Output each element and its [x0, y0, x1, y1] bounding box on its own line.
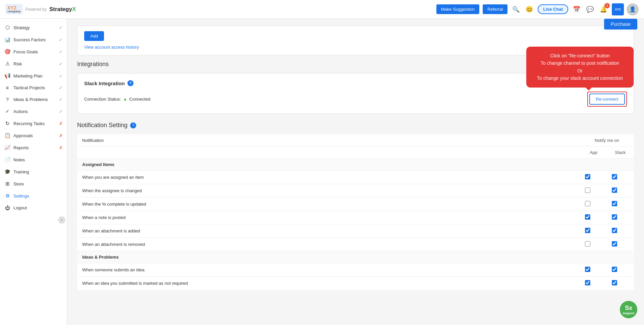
sidebar-label-approvals: Approvals: [13, 133, 56, 138]
recurring-tasks-check: ✗: [59, 121, 63, 126]
app-checkbox[interactable]: [585, 241, 590, 247]
main-layout: ⬡ Strategy ✓ 📊 Success Factors ✓ 🎯 Focus…: [0, 19, 644, 325]
sidebar-label-success-factors: Success Factors: [13, 37, 56, 42]
purchase-button[interactable]: Purchase: [604, 19, 637, 30]
slack-checkbox[interactable]: [612, 174, 617, 179]
risk-check: ✓: [59, 61, 63, 66]
col-notification-sub: [77, 147, 580, 159]
slack-checkbox[interactable]: [612, 201, 617, 206]
sidebar-item-actions[interactable]: ✓ Actions ✓: [0, 105, 67, 117]
view-account-history-link[interactable]: View account access history: [84, 45, 139, 50]
sidebar-item-logout[interactable]: ⏻ Logout: [0, 202, 67, 214]
sidebar-collapse-button[interactable]: ‹: [58, 216, 65, 224]
sidebar-item-ideas-problems[interactable]: ? Ideas & Problems ✓: [0, 94, 67, 105]
tactical-projects-check: ✓: [59, 85, 63, 90]
sidebar-item-training[interactable]: 🎓 Training: [0, 166, 67, 178]
app-checkbox-cell: [580, 198, 607, 211]
app-checkbox[interactable]: [585, 174, 590, 179]
notification-setting-title: Notification Setting: [77, 122, 127, 129]
marketing-plan-check: ✓: [59, 73, 63, 78]
notifications-wrap: 🔔 1: [598, 4, 608, 14]
training-icon: 🎓: [4, 169, 11, 175]
sidebar-label-settings: Settings: [13, 194, 63, 199]
approvals-check: ✗: [59, 133, 63, 138]
slack-checkbox-cell: [607, 224, 634, 238]
sidebar-label-notes: Notes: [13, 157, 63, 162]
app-checkbox[interactable]: [585, 201, 590, 206]
sidebar-item-risk[interactable]: ⚠ Risk ✓: [0, 58, 67, 70]
support-fab[interactable]: Sx Support: [620, 301, 637, 318]
sidebar-item-marketing-plan[interactable]: 📢 Marketing Plan ✓: [0, 70, 67, 82]
make-suggestion-button[interactable]: Make Suggestion: [436, 4, 479, 14]
ideas-problems-icon: ?: [4, 97, 11, 102]
app-checkbox[interactable]: [585, 214, 590, 220]
user-avatar[interactable]: 👤: [627, 3, 639, 15]
slack-checkbox-cell: [607, 211, 634, 224]
logout-icon: ⏻: [4, 205, 11, 211]
sidebar-item-strategy[interactable]: ⬡ Strategy ✓: [0, 21, 67, 34]
sidebar-label-store: Store: [13, 181, 63, 186]
search-button[interactable]: 🔍: [511, 4, 521, 14]
sidebar-label-focus-goals: Focus Goals: [13, 49, 56, 54]
sidebar-item-tactical-projects[interactable]: ≡ Tactical Projects ✓: [0, 82, 67, 94]
table-row: When the % complete is updated: [77, 198, 634, 211]
slack-checkbox-cell: [607, 238, 634, 251]
sidebar-item-notes[interactable]: 📄 Notes: [0, 154, 67, 166]
referral-button[interactable]: Referral: [483, 4, 507, 14]
col-slack-header: Slack: [607, 147, 634, 159]
sidebar-item-settings[interactable]: ⚙ Settings: [0, 190, 67, 202]
support-label: Sx: [625, 305, 632, 312]
marketing-plan-icon: 📢: [4, 73, 11, 79]
reconnect-button[interactable]: Re-connect: [589, 94, 625, 105]
app-checkbox[interactable]: [585, 228, 590, 233]
group-assigned-items-label: Assigned Items: [77, 159, 634, 171]
live-chat-button[interactable]: Live Chat: [538, 4, 568, 14]
strategy-check: ✓: [59, 25, 63, 30]
company-logo-small: XYZ: [612, 3, 624, 15]
company-logo: XYZ company: [5, 4, 23, 14]
slack-checkbox[interactable]: [612, 187, 617, 193]
notify-me-on-header: Notify me on: [580, 134, 634, 147]
sidebar-item-recurring-tasks[interactable]: ↻ Recurring Tasks ✗: [0, 117, 67, 129]
sidebar-label-actions: Actions: [13, 109, 56, 114]
focus-goals-check: ✓: [59, 49, 63, 54]
slack-checkbox-cell: [607, 171, 634, 184]
calendar-button[interactable]: 📅: [572, 4, 582, 14]
header: XYZ company Powered by StrategyX Make Su…: [0, 0, 644, 19]
slack-checkbox[interactable]: [612, 214, 617, 220]
support-sub-label: Support: [623, 312, 635, 315]
content-area: Add View account access history Integrat…: [67, 19, 644, 325]
notif-row-label: When someone submits an idea: [77, 263, 580, 277]
sidebar-item-reports[interactable]: 📈 Reports ✗: [0, 142, 67, 154]
store-icon: ⊞: [4, 181, 11, 187]
reports-icon: 📈: [4, 145, 11, 151]
recurring-tasks-icon: ↻: [4, 120, 11, 126]
actions-icon: ✓: [4, 108, 11, 114]
notification-setting-help-icon[interactable]: ?: [130, 122, 136, 128]
emoji-button[interactable]: 😊: [524, 4, 534, 14]
connected-text: Connected: [129, 97, 150, 102]
notes-icon: 📄: [4, 157, 11, 163]
sidebar-item-approvals[interactable]: 📋 Approvals ✗: [0, 129, 67, 142]
sidebar-label-strategy: Strategy: [13, 25, 56, 30]
group-assigned-items: Assigned Items: [77, 159, 634, 171]
table-row: When an idea you submitted is marked as …: [77, 277, 634, 290]
slack-checkbox[interactable]: [612, 241, 617, 247]
notification-table: Notification Notify me on App Slack Assi…: [77, 134, 634, 290]
sidebar-item-focus-goals[interactable]: 🎯 Focus Goals ✓: [0, 46, 67, 58]
account-btn[interactable]: Add: [84, 31, 104, 41]
success-factors-check: ✓: [59, 37, 63, 42]
sidebar-item-success-factors[interactable]: 📊 Success Factors ✓: [0, 34, 67, 46]
connection-label: Connection Status:: [84, 97, 121, 102]
app-checkbox[interactable]: [585, 267, 590, 272]
strategy-icon: ⬡: [4, 24, 11, 31]
slack-checkbox[interactable]: [612, 280, 617, 285]
slack-checkbox[interactable]: [612, 228, 617, 233]
slack-checkbox[interactable]: [612, 267, 617, 272]
sidebar-item-store[interactable]: ⊞ Store: [0, 178, 67, 190]
app-checkbox[interactable]: [585, 187, 590, 193]
notification-badge: 1: [604, 3, 610, 8]
app-checkbox[interactable]: [585, 280, 590, 285]
messages-button[interactable]: 💬: [585, 4, 595, 14]
slack-help-icon[interactable]: ?: [127, 80, 133, 86]
